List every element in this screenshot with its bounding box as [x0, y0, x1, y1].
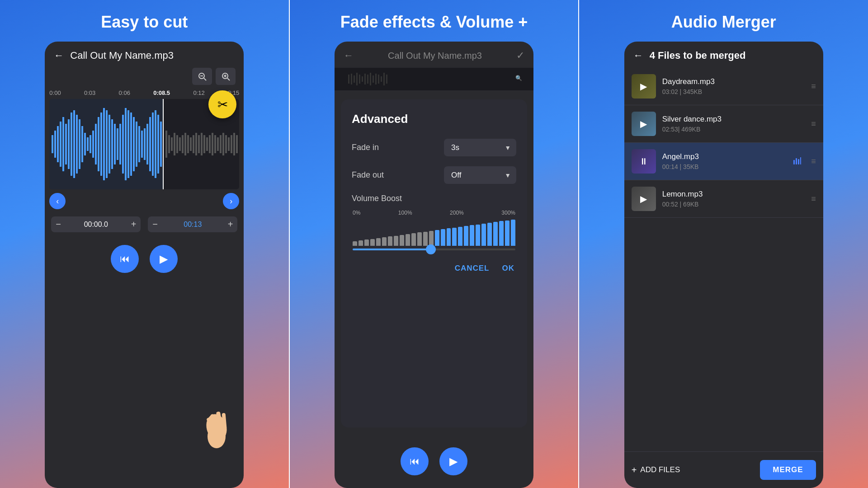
drag-handle-lemon[interactable]: ≡	[811, 194, 816, 204]
drag-handle-silver[interactable]: ≡	[811, 119, 816, 129]
svg-rect-62	[201, 133, 203, 155]
fade-play-icon: ▶	[449, 455, 458, 468]
vol-bar-9	[406, 234, 410, 246]
scissors-button[interactable]: ✂	[208, 90, 236, 118]
file-item-lemon[interactable]: ▶ Lemon.mp3 00:52 | 69KB ≡	[624, 180, 823, 218]
svg-rect-89	[364, 74, 366, 84]
svg-rect-87	[359, 75, 360, 84]
file-item-angel[interactable]: ⏸ Angel.mp3 00:14 | 35KB ≡	[624, 143, 823, 180]
svg-rect-90	[367, 75, 368, 84]
svg-rect-19	[81, 126, 83, 162]
svg-rect-27	[103, 108, 105, 180]
drag-handle-daydream[interactable]: ≡	[811, 82, 816, 91]
svg-rect-47	[157, 115, 159, 174]
vol-marker-100: 100%	[398, 210, 412, 216]
panel-fade-effects: Fade effects & Volume + ← Call Out My Na…	[290, 0, 579, 488]
svg-rect-100	[796, 158, 797, 164]
fade-player-controls: ⏮ ▶	[335, 436, 533, 488]
panel1-title: Easy to cut	[101, 13, 188, 32]
fade-out-select[interactable]: Off 1s 2s 3s 5s	[444, 166, 516, 184]
vol-bar-24	[493, 222, 498, 246]
svg-rect-57	[187, 135, 189, 153]
svg-rect-16	[73, 110, 75, 178]
merger-bottom: + ADD FILES MERGE	[624, 451, 823, 488]
add-files-label: ADD FILES	[640, 465, 680, 474]
play-button[interactable]: ▶	[150, 245, 178, 273]
trim-handle-left[interactable]: ‹	[49, 193, 66, 209]
svg-rect-42	[144, 128, 146, 160]
end-time-minus[interactable]: −	[152, 219, 158, 230]
volume-slider-track[interactable]	[353, 249, 515, 250]
svg-rect-20	[84, 133, 86, 155]
svg-rect-73	[231, 135, 232, 153]
svg-rect-24	[95, 124, 97, 164]
svg-text:🔍: 🔍	[515, 75, 522, 81]
end-time-plus[interactable]: +	[228, 219, 233, 230]
file-item-silver[interactable]: ▶ Silver dance.mp3 02:53| 469KB ≡	[624, 105, 823, 143]
svg-rect-71	[225, 135, 227, 153]
time-inputs: − 00:00.0 + − 00:13 +	[45, 213, 244, 236]
panel3-title: Audio Merger	[671, 13, 776, 32]
phone-frame-3: ← 4 Files to be merged ▶ Daydream.mp3 03…	[624, 42, 823, 488]
svg-rect-88	[362, 76, 363, 82]
svg-rect-15	[71, 113, 72, 176]
svg-rect-10	[57, 126, 59, 162]
file-item-daydream[interactable]: ▶ Daydream.mp3 03:02 | 345KB ≡	[624, 68, 823, 105]
ok-button[interactable]: OK	[500, 260, 517, 277]
svg-rect-26	[100, 113, 102, 176]
add-files-button[interactable]: + ADD FILES	[632, 465, 680, 475]
zoom-in-button[interactable]	[216, 68, 236, 85]
back-button[interactable]: ←	[54, 50, 64, 61]
volume-bars: // Render volume bars inline const barCo…	[352, 219, 516, 246]
phone-frame-2: ← Call Out My Name.mp3 ✓ 🔍	[335, 42, 533, 488]
trim-handle-right[interactable]: ›	[223, 193, 239, 209]
svg-rect-17	[76, 115, 78, 174]
svg-rect-97	[386, 75, 387, 84]
vol-bar-10	[411, 233, 416, 246]
advanced-dialog: Advanced Fade in 3s Off 1s 2s 5s ▼ Fa	[341, 99, 527, 427]
start-time-plus[interactable]: +	[131, 219, 137, 230]
fade-back-button[interactable]: ←	[344, 50, 354, 61]
vol-bar-2	[364, 239, 369, 246]
fade-in-select[interactable]: 3s Off 1s 2s 5s	[444, 139, 516, 156]
bg-waveform-strip: 🔍	[335, 68, 533, 90]
svg-rect-74	[233, 133, 235, 155]
svg-rect-55	[182, 135, 184, 153]
cut-header: ← Call Out My Name.mp3	[45, 42, 244, 68]
check-button[interactable]: ✓	[516, 50, 524, 61]
vol-bar-20	[470, 225, 474, 246]
svg-rect-72	[228, 137, 230, 151]
merger-back-button[interactable]: ←	[633, 50, 643, 61]
vol-marker-300: 300%	[501, 210, 515, 216]
skip-back-button[interactable]: ⏮	[111, 245, 139, 273]
svg-rect-54	[179, 137, 181, 151]
zoom-out-button[interactable]	[192, 68, 212, 85]
merger-title: 4 Files to be merged	[650, 50, 814, 61]
drag-handle-angel[interactable]: ≡	[811, 157, 816, 166]
vol-bar-12	[423, 232, 428, 246]
hand-illustration	[198, 391, 235, 452]
cancel-button[interactable]: CANCEL	[453, 260, 491, 277]
volume-boost-label: Volume Boost	[352, 194, 516, 203]
svg-rect-18	[79, 119, 80, 169]
fade-skip-back-button[interactable]: ⏮	[401, 447, 429, 475]
svg-rect-46	[155, 110, 156, 178]
svg-rect-49	[165, 131, 167, 158]
advanced-dialog-title: Advanced	[352, 112, 516, 126]
svg-rect-68	[217, 137, 219, 151]
svg-rect-81	[206, 417, 215, 431]
start-time-minus[interactable]: −	[56, 219, 61, 230]
fade-play-button[interactable]: ▶	[439, 447, 467, 475]
file-meta-daydream: 03:02 | 345KB	[662, 88, 805, 95]
volume-slider-thumb[interactable]	[426, 244, 436, 254]
svg-point-77	[203, 412, 230, 443]
player-controls: ⏮ ▶	[45, 236, 244, 284]
vol-bar-0	[353, 241, 357, 246]
svg-rect-78	[210, 413, 219, 432]
dialog-actions: CANCEL OK	[352, 260, 516, 277]
start-time-value: 00:00.0	[66, 221, 127, 229]
svg-line-1	[204, 78, 206, 80]
merge-button[interactable]: MERGE	[760, 460, 816, 480]
file-meta-lemon: 00:52 | 69KB	[662, 201, 805, 208]
file-meta-angel: 00:14 | 35KB	[662, 163, 787, 170]
